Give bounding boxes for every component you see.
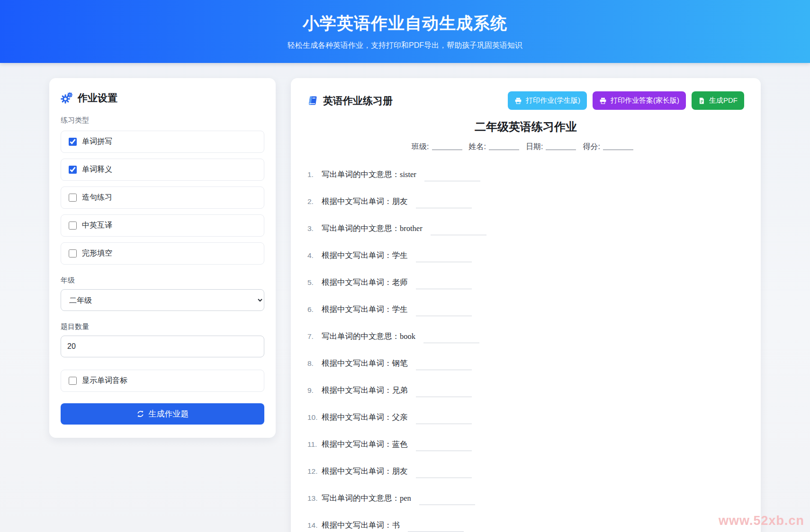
exercise-type-option[interactable]: 单词释义 (61, 159, 264, 181)
exercise-type-option-label: 完形填空 (82, 248, 112, 258)
question-word: book (400, 332, 415, 341)
app-subtitle: 轻松生成各种英语作业，支持打印和PDF导出，帮助孩子巩固英语知识 (0, 41, 810, 51)
generate-pdf-button[interactable]: 生成PDF (692, 91, 744, 110)
question-row: 10.根据中文写出单词：父亲 (307, 412, 744, 423)
question-row: 1.写出单词的中文意思：sister (307, 169, 744, 180)
question-row: 6.根据中文写出单词：学生 (307, 304, 744, 315)
answer-blank-line (416, 450, 472, 451)
question-row: 3.写出单词的中文意思：brother (307, 223, 744, 234)
show-phonetic-label: 显示单词音标 (82, 376, 127, 386)
question-row: 8.根据中文写出单词：钢笔 (307, 358, 744, 369)
answer-blank-line (416, 288, 472, 289)
question-count-label: 题目数量 (61, 322, 264, 331)
show-phonetic-checkbox[interactable] (69, 377, 77, 385)
worksheet-panel-header: 英语作业练习册 (307, 94, 393, 107)
grade-select[interactable]: 二年级 (61, 289, 264, 311)
question-word: 朋友 (392, 197, 408, 205)
question-count-input[interactable] (61, 336, 264, 357)
worksheet-info-field: 姓名: (469, 142, 526, 152)
question-number: 1. (307, 169, 322, 180)
worksheet-info-label: 日期: (526, 142, 543, 151)
exercise-type-label: 练习类型 (61, 116, 264, 125)
exercise-type-option[interactable]: 中英互译 (61, 214, 264, 237)
settings-panel-title: 作业设置 (78, 91, 117, 105)
question-word: 朋友 (392, 467, 408, 475)
question-row: 11.根据中文写出单词：蓝色 (307, 439, 744, 450)
question-row: 5.根据中文写出单词：老师 (307, 277, 744, 288)
question-number: 11. (307, 439, 322, 450)
question-word: sister (400, 170, 416, 179)
question-prompt: 根据中文写出单词： (322, 440, 392, 448)
question-word: 学生 (392, 251, 408, 259)
question-prompt: 写出单词的中文意思： (322, 224, 400, 232)
worksheet-panel: 英语作业练习册 打印作业(学生版) (291, 78, 761, 532)
print-student-button[interactable]: 打印作业(学生版) (508, 91, 587, 110)
worksheet-info-field: 日期: (526, 142, 583, 152)
question-prompt: 根据中文写出单词： (322, 359, 392, 367)
exercise-type-checkbox[interactable] (69, 194, 77, 202)
worksheet-info-label: 班级: (412, 142, 429, 151)
question-number: 14. (307, 520, 322, 531)
question-prompt: 根据中文写出单词： (322, 197, 392, 205)
main-content: 作业设置 练习类型 单词拼写 单词释义 造句练习 中英互译 完 (0, 63, 810, 532)
answer-blank-line (416, 369, 472, 370)
question-number: 12. (307, 466, 322, 477)
question-row: 9.根据中文写出单词：兄弟 (307, 385, 744, 396)
question-word: 父亲 (392, 413, 408, 421)
question-word: 老师 (392, 278, 408, 286)
question-row: 13.写出单词的中文意思：pen (307, 493, 744, 504)
question-word: 兄弟 (392, 386, 408, 394)
question-word: 学生 (392, 305, 408, 313)
refresh-icon (136, 410, 144, 418)
exercise-type-checkbox[interactable] (69, 249, 77, 257)
question-number: 2. (307, 196, 322, 207)
settings-panel-header: 作业设置 (61, 91, 264, 105)
gears-icon (61, 92, 73, 104)
pdf-file-icon (698, 97, 705, 105)
worksheet-actions: 打印作业(学生版) 打印作业答案(家长版) (508, 91, 744, 110)
question-word: 蓝色 (392, 440, 408, 448)
question-number: 3. (307, 223, 322, 234)
question-word: pen (400, 494, 411, 503)
settings-panel: 作业设置 练习类型 单词拼写 单词释义 造句练习 中英互译 完 (49, 78, 276, 438)
question-row: 14.根据中文写出单词：书 (307, 520, 744, 531)
answer-blank-line (424, 180, 480, 181)
grade-label: 年级 (61, 276, 264, 285)
question-list: 1.写出单词的中文意思：sister 2.根据中文写出单词：朋友 3.写出单词的… (307, 169, 744, 531)
exercise-type-option[interactable]: 造句练习 (61, 186, 264, 209)
watermark: www.52xb.cn (719, 514, 804, 528)
question-number: 10. (307, 412, 322, 423)
answer-blank-line (423, 342, 479, 343)
question-prompt: 写出单词的中文意思： (322, 332, 400, 340)
question-number: 9. (307, 385, 322, 396)
question-word: brother (400, 224, 423, 233)
answer-blank-line (416, 315, 472, 316)
question-number: 13. (307, 493, 322, 504)
exercise-type-option-label: 中英互译 (82, 221, 112, 231)
worksheet-info-label: 得分: (583, 142, 600, 151)
exercise-type-option-label: 单词拼写 (82, 137, 112, 147)
exercise-type-option[interactable]: 单词拼写 (61, 131, 264, 153)
question-word: 书 (392, 521, 400, 529)
book-icon (307, 95, 318, 106)
question-row: 2.根据中文写出单词：朋友 (307, 196, 744, 207)
worksheet-info-line: 班级:姓名:日期:得分: (307, 142, 744, 152)
question-prompt: 根据中文写出单词： (322, 305, 392, 313)
exercise-type-checkbox[interactable] (69, 166, 77, 174)
worksheet-info-blank (546, 143, 576, 150)
print-answer-button[interactable]: 打印作业答案(家长版) (593, 91, 686, 110)
question-prompt: 根据中文写出单词： (322, 413, 392, 421)
worksheet-title: 二年级英语练习作业 (307, 119, 744, 134)
answer-blank-line (416, 396, 472, 397)
answer-blank-line (419, 504, 475, 505)
exercise-type-checkbox[interactable] (69, 222, 77, 230)
show-phonetic-option[interactable]: 显示单词音标 (61, 370, 264, 392)
print-answer-label: 打印作业答案(家长版) (611, 96, 679, 105)
exercise-type-list: 单词拼写 单词释义 造句练习 中英互译 完形填空 (61, 131, 264, 265)
exercise-type-checkbox[interactable] (69, 138, 77, 146)
question-prompt: 根据中文写出单词： (322, 467, 392, 475)
exercise-type-option[interactable]: 完形填空 (61, 242, 264, 265)
answer-blank-line (416, 261, 472, 262)
generate-homework-button[interactable]: 生成作业题 (61, 403, 264, 425)
exercise-type-option-label: 单词释义 (82, 165, 112, 175)
